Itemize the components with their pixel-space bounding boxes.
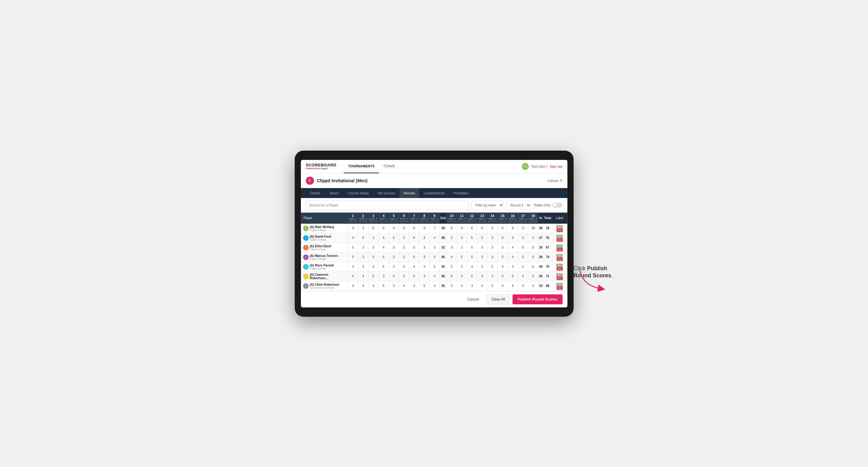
score-input-h13[interactable] bbox=[479, 273, 486, 280]
score-h15[interactable] bbox=[497, 252, 507, 262]
score-input-h5[interactable] bbox=[391, 225, 397, 231]
dq-badge[interactable]: DQ bbox=[557, 248, 563, 251]
score-input-h7[interactable] bbox=[411, 264, 417, 270]
score-h6[interactable] bbox=[399, 233, 409, 243]
score-input-h11[interactable] bbox=[458, 235, 465, 241]
score-h12[interactable] bbox=[467, 223, 477, 233]
score-input-h11[interactable] bbox=[458, 273, 465, 280]
save-all-button[interactable]: Save All bbox=[486, 294, 510, 304]
totals-toggle-switch[interactable] bbox=[553, 203, 562, 208]
score-h16[interactable] bbox=[507, 262, 518, 272]
tournament-cancel-button[interactable]: Cancel ✕ bbox=[548, 179, 562, 183]
score-h13[interactable] bbox=[477, 272, 488, 281]
score-h1[interactable] bbox=[348, 272, 358, 281]
score-h14[interactable] bbox=[487, 252, 497, 262]
score-input-h10[interactable] bbox=[448, 283, 455, 289]
score-input-h2[interactable] bbox=[360, 273, 367, 280]
score-input-h12[interactable] bbox=[469, 225, 475, 231]
score-h4[interactable] bbox=[378, 223, 389, 233]
score-input-h10[interactable] bbox=[448, 254, 455, 260]
score-h15[interactable] bbox=[497, 281, 507, 291]
score-h5[interactable] bbox=[389, 223, 399, 233]
score-h14[interactable] bbox=[487, 223, 497, 233]
score-h10[interactable] bbox=[446, 233, 457, 243]
score-h5[interactable] bbox=[389, 252, 399, 262]
score-h8[interactable] bbox=[419, 281, 430, 291]
score-h11[interactable] bbox=[457, 272, 467, 281]
score-input-h1[interactable] bbox=[349, 273, 356, 280]
score-h5[interactable] bbox=[389, 243, 399, 252]
score-input-h8[interactable] bbox=[421, 235, 428, 241]
score-input-h7[interactable] bbox=[411, 283, 417, 289]
score-h4[interactable] bbox=[378, 233, 389, 243]
score-input-h2[interactable] bbox=[360, 225, 367, 231]
score-input-h14[interactable] bbox=[489, 264, 496, 270]
score-input-h8[interactable] bbox=[421, 225, 428, 231]
tab-course-setup[interactable]: Course Setup bbox=[344, 188, 373, 198]
score-input-h17[interactable] bbox=[520, 283, 527, 289]
score-input-h7[interactable] bbox=[411, 235, 417, 241]
score-h15[interactable] bbox=[497, 272, 507, 281]
score-input-h15[interactable] bbox=[499, 273, 506, 280]
score-h3[interactable] bbox=[368, 233, 378, 243]
score-h11[interactable] bbox=[457, 243, 467, 252]
score-input-h5[interactable] bbox=[391, 264, 397, 270]
score-input-h10[interactable] bbox=[448, 235, 455, 241]
score-input-h16[interactable] bbox=[509, 264, 516, 270]
score-input-h18[interactable] bbox=[530, 235, 536, 241]
score-h1[interactable] bbox=[348, 243, 358, 252]
score-input-h9[interactable] bbox=[431, 254, 438, 260]
score-input-h14[interactable] bbox=[489, 283, 496, 289]
score-h6[interactable] bbox=[399, 223, 409, 233]
dq-badge[interactable]: DQ bbox=[557, 286, 563, 290]
score-h11[interactable] bbox=[457, 233, 467, 243]
score-h15[interactable] bbox=[497, 262, 507, 272]
score-input-h15[interactable] bbox=[499, 283, 506, 289]
score-input-h17[interactable] bbox=[520, 245, 527, 251]
score-h12[interactable] bbox=[467, 281, 477, 291]
score-input-h6[interactable] bbox=[400, 273, 407, 280]
score-input-h1[interactable] bbox=[349, 264, 356, 270]
sign-out-link[interactable]: Sign out bbox=[550, 164, 562, 168]
label-cell[interactable]: WD DQ bbox=[552, 281, 567, 291]
score-input-h18[interactable] bbox=[530, 245, 536, 251]
score-h18[interactable] bbox=[528, 252, 538, 262]
score-h10[interactable] bbox=[446, 272, 457, 281]
score-h10[interactable] bbox=[446, 243, 457, 252]
publish-round-scores-button[interactable]: Publish Round Scores bbox=[513, 294, 562, 304]
score-input-h10[interactable] bbox=[448, 264, 455, 270]
score-h13[interactable] bbox=[477, 243, 488, 252]
score-h9[interactable] bbox=[430, 272, 440, 281]
score-input-h5[interactable] bbox=[391, 245, 397, 251]
score-h17[interactable] bbox=[518, 272, 528, 281]
score-h1[interactable] bbox=[348, 281, 358, 291]
score-h15[interactable] bbox=[497, 233, 507, 243]
score-h6[interactable] bbox=[399, 281, 409, 291]
score-h12[interactable] bbox=[467, 252, 477, 262]
score-input-h3[interactable] bbox=[370, 245, 377, 251]
score-h4[interactable] bbox=[378, 262, 389, 272]
score-h9[interactable] bbox=[430, 223, 440, 233]
score-h9[interactable] bbox=[430, 252, 440, 262]
score-h7[interactable] bbox=[409, 272, 419, 281]
score-input-h6[interactable] bbox=[400, 264, 407, 270]
tab-details[interactable]: Details bbox=[306, 188, 325, 198]
score-input-h4[interactable] bbox=[380, 254, 387, 260]
score-input-h14[interactable] bbox=[489, 245, 496, 251]
wd-badge[interactable]: WD bbox=[556, 273, 563, 277]
score-input-h9[interactable] bbox=[431, 273, 438, 280]
score-h7[interactable] bbox=[409, 281, 419, 291]
score-h11[interactable] bbox=[457, 281, 467, 291]
score-h9[interactable] bbox=[430, 281, 440, 291]
score-input-h3[interactable] bbox=[370, 264, 377, 270]
score-h16[interactable] bbox=[507, 243, 518, 252]
score-input-h12[interactable] bbox=[469, 273, 475, 280]
score-input-h12[interactable] bbox=[469, 264, 475, 270]
label-cell[interactable]: WD DQ bbox=[552, 252, 567, 262]
score-input-h11[interactable] bbox=[458, 264, 465, 270]
score-input-h12[interactable] bbox=[469, 254, 475, 260]
score-input-h14[interactable] bbox=[489, 225, 496, 231]
score-h3[interactable] bbox=[368, 272, 378, 281]
dq-badge[interactable]: DQ bbox=[557, 267, 563, 271]
score-h16[interactable] bbox=[507, 233, 518, 243]
